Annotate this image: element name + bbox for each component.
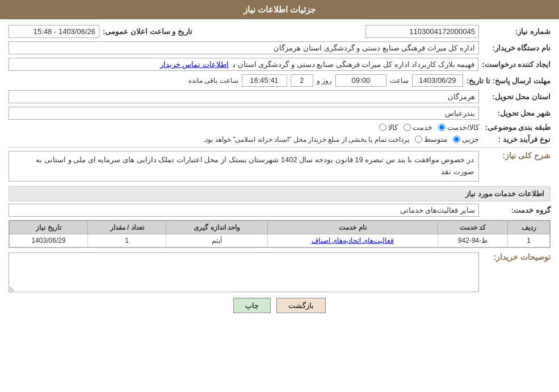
tabaqe-kala-khedmat-radio[interactable]: [438, 124, 445, 131]
buttons-row: بازگشت چاپ: [9, 298, 550, 313]
col-vahed: واحد اندازه گیری: [166, 221, 268, 234]
shomara-taarikh-row: شماره نیاز: 1103004172000045 تاریخ و ساع…: [9, 25, 550, 38]
shomara-label: شماره نیاز:: [482, 27, 550, 36]
page-header: جزئیات اطلاعات نیاز: [0, 0, 559, 19]
namdastgah-label: نام دستگاه خریدار:: [482, 44, 550, 52]
mohlet-rooz: 2: [291, 74, 313, 87]
print-button[interactable]: چاپ: [233, 298, 271, 313]
buyer-desc-textarea[interactable]: [9, 252, 479, 292]
col-tarikh: تاریخ نیاز: [10, 221, 88, 234]
rooz-label: روز و: [317, 77, 332, 85]
sharh-row: شرح کلی نیاز: در خصوص موافقت با بند س تب…: [9, 151, 550, 182]
col-nam: نام خدمت: [267, 221, 438, 234]
cell-nam: فعالیت‌های اتحادیه‌های اصناف: [267, 234, 438, 247]
noue-radiogroup: پرداخت تمام یا بخشی از مبلغ خریداز محل "…: [203, 135, 479, 144]
khadamat-section-header: اطلاعات خدمات مورد نیاز: [9, 186, 550, 201]
ijad-label: ایجاد کننده درخواست:: [482, 60, 550, 69]
col-tedad: تعداد / مقدار: [88, 221, 166, 234]
buyer-desc-row: توصیحات خریدار:: [9, 252, 550, 292]
noue-jozi-item: جزیی: [453, 135, 479, 144]
shomara-value: 1103004172000045: [365, 25, 479, 38]
taarikh-value: 1403/06/26 - 15:48: [9, 25, 99, 38]
cell-radif: 1: [508, 234, 550, 247]
sharh-value: در خصوص موافقت با بند س تبصره 19 قانون ب…: [9, 151, 479, 182]
services-table-container: ردیف کد خدمت نام خدمت واحد اندازه گیری ت…: [9, 220, 550, 248]
page-title: جزئیات اطلاعات نیاز: [243, 5, 316, 14]
ostan-value: هرمزگان: [9, 90, 479, 103]
back-button[interactable]: بازگشت: [276, 298, 326, 313]
cell-tarikh: 1403/06/29: [10, 234, 88, 247]
ijad-value-box: فهیمه بلارک کاربرداد اداره کل میرات فرهن…: [9, 58, 478, 71]
buyer-desc-label: توصیحات خریدار:: [482, 252, 550, 262]
page-container: جزئیات اطلاعات نیاز شماره نیاز: 11030041…: [0, 0, 559, 392]
ijad-value: فهیمه بلارک کاربرداد اداره کل میرات فرهن…: [232, 60, 474, 69]
taarikh-label: تاریخ و ساعت اعلان عمومی:: [103, 27, 192, 36]
noue-jozi-radio[interactable]: [453, 136, 460, 143]
services-table: ردیف کد خدمت نام خدمت واحد اندازه گیری ت…: [9, 221, 550, 247]
mohlet-date: 1403/06/29: [412, 74, 463, 87]
col-kod: کد خدمت: [438, 221, 508, 234]
tabaqe-kala-radio[interactable]: [379, 124, 386, 131]
shahr-label: شهر محل تحویل:: [482, 109, 550, 117]
tabaqe-kala-label: کالا: [388, 123, 398, 132]
tabaqe-khedmat-radio[interactable]: [404, 124, 411, 131]
mohlet-saat: 09:00: [335, 74, 386, 87]
ijad-row: ایجاد کننده درخواست: فهیمه بلارک کاربردا…: [9, 58, 550, 71]
ijad-link[interactable]: اطلاعات تماس خریدار: [160, 60, 229, 69]
sharh-label: شرح کلی نیاز:: [482, 151, 550, 160]
gorouh-label: گروه خدمت:: [482, 206, 550, 214]
shahr-row: شهر محل تحویل: بندرعباس: [9, 107, 550, 120]
tabaqe-kala-item: کالا: [379, 123, 398, 132]
mohlet-baghimande: 16:45:41: [242, 74, 287, 87]
baghimande-label: ساعت باقی مانده: [188, 77, 238, 85]
noue-motevaset-item: متوسط: [415, 135, 447, 144]
table-row: 1 ظ-94-942 فعالیت‌های اتحادیه‌های اصناف …: [10, 234, 550, 247]
saat-label: ساعت: [390, 77, 409, 85]
col-radif: ردیف: [508, 221, 550, 234]
ostan-row: استان محل تحویل: هرمزگان: [9, 90, 550, 103]
noue-motevaset-label: متوسط: [424, 135, 447, 144]
tabaqe-radiogroup: کالا خدمت کالا/خدمت: [379, 123, 479, 132]
tabaqe-kala-khedmat-label: کالا/خدمت: [447, 123, 479, 132]
gorouh-row: گروه خدمت: سایر فعالیت‌های خدماتی: [9, 204, 550, 217]
cell-vahed: آیتم: [166, 234, 268, 247]
shahr-value: بندرعباس: [9, 107, 479, 120]
tabaqe-row: طبقه بندی موضوعی: کالا خدمت کالا/خدمت: [9, 123, 550, 132]
tabaqe-label: طبقه بندی موضوعی:: [482, 123, 550, 132]
tabaqe-kala-khedmat-item: کالا/خدمت: [438, 123, 479, 132]
ostan-label: استان محل تحویل:: [482, 92, 550, 101]
divider-1: [9, 147, 550, 147]
noue-motevaset-radio[interactable]: [415, 136, 422, 143]
namdastgah-value: اداره کل میراث فرهنگی صنایع دستی و گردشگ…: [9, 41, 479, 54]
noue-desc-text: پرداخت تمام یا بخشی از مبلغ خریداز محل "…: [203, 136, 409, 144]
mohlet-label: مهلت ارسال پاسخ: تا تاریخ:: [466, 77, 550, 85]
namdastgah-row: نام دستگاه خریدار: اداره کل میراث فرهنگی…: [9, 41, 550, 54]
cell-kod: ظ-94-942: [438, 234, 508, 247]
cell-tedad: 1: [88, 234, 166, 247]
tabaqe-khedmat-label: خدمت: [413, 123, 432, 132]
content-area: شماره نیاز: 1103004172000045 تاریخ و ساع…: [0, 19, 559, 324]
tabaqe-khedmat-item: خدمت: [404, 123, 432, 132]
gorouh-value: سایر فعالیت‌های خدماتی: [9, 204, 479, 217]
noue-row: نوع فرآیند خرید : پرداخت تمام یا بخشی از…: [9, 135, 550, 144]
noue-jozi-label: جزیی: [462, 135, 479, 144]
table-header-row: ردیف کد خدمت نام خدمت واحد اندازه گیری ت…: [10, 221, 550, 234]
mohlet-row: مهلت ارسال پاسخ: تا تاریخ: 1403/06/29 سا…: [9, 74, 550, 87]
noue-label: نوع فرآیند خرید :: [482, 135, 550, 144]
